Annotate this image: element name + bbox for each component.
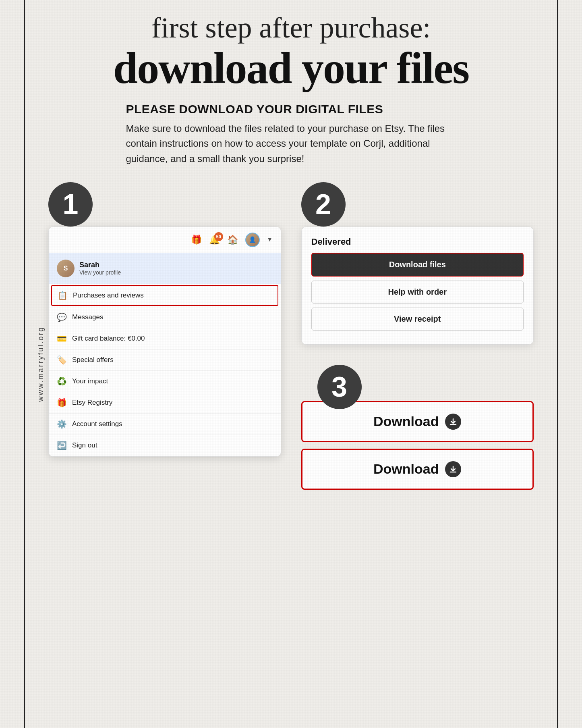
- download-files-button[interactable]: Download files: [311, 253, 524, 277]
- download-label-1: Download: [373, 414, 439, 429]
- etsy-topbar: 🎁 🔔 50 🏠 👤 ▼: [49, 227, 281, 253]
- left-border-line: [24, 0, 25, 728]
- step1-column: 1 🎁 🔔 50 🏠 👤 ▼: [48, 182, 281, 457]
- gear-icon: ⚙️: [57, 419, 66, 429]
- registry-icon: 🎁: [57, 398, 66, 408]
- menu-item-label: Gift card balance: €0.00: [72, 335, 145, 343]
- download-arrow-icon-1: [445, 414, 461, 430]
- clipboard-icon: 📋: [58, 291, 67, 300]
- help-with-order-button[interactable]: Help with order: [311, 281, 524, 304]
- handwriting-title: first step after purchase:: [48, 12, 534, 44]
- menu-avatar: S: [57, 260, 75, 277]
- menu-special-offers[interactable]: 🏷️ Special offers: [49, 349, 281, 371]
- steps-layout: 1 🎁 🔔 50 🏠 👤 ▼: [48, 182, 534, 496]
- gift-icon: 🎁: [191, 235, 202, 245]
- menu-item-label: Your impact: [72, 377, 108, 385]
- menu-account-settings[interactable]: ⚙️ Account settings: [49, 414, 281, 435]
- menu-messages[interactable]: 💬 Messages: [49, 307, 281, 328]
- profile-subtitle: View your profile: [79, 269, 121, 276]
- recycle-icon: ♻️: [57, 376, 66, 386]
- profile-text: Sarah View your profile: [79, 261, 121, 276]
- view-receipt-button[interactable]: View receipt: [311, 308, 524, 331]
- home-icon: 🏠: [227, 235, 238, 245]
- menu-item-label: Sign out: [72, 441, 97, 449]
- main-title: download your files: [48, 46, 534, 90]
- dropdown-menu: S Sarah View your profile 📋 Purchases an…: [49, 253, 281, 456]
- intro-heading: PLEASE DOWNLOAD YOUR DIGITAL FILES: [126, 102, 456, 116]
- tag-icon: 🏷️: [57, 355, 66, 365]
- download-button-2[interactable]: Download: [301, 449, 534, 490]
- right-border-line: [557, 0, 558, 728]
- step3-circle: 3: [317, 365, 362, 409]
- intro-section: PLEASE DOWNLOAD YOUR DIGITAL FILES Make …: [126, 102, 456, 166]
- credit-card-icon: 💳: [57, 334, 66, 343]
- menu-item-label: Purchases and reviews: [73, 291, 144, 300]
- step2-area: 2 Delivered Download files Help with ord…: [301, 182, 534, 345]
- delivered-label: Delivered: [311, 237, 524, 247]
- message-icon: 💬: [57, 312, 66, 322]
- notification-bell-icon: 🔔 50: [209, 235, 220, 245]
- menu-gift-card[interactable]: 💳 Gift card balance: €0.00: [49, 328, 281, 349]
- menu-etsy-registry[interactable]: 🎁 Etsy Registry: [49, 392, 281, 414]
- signout-icon: ↩️: [57, 441, 66, 450]
- profile-menu-item[interactable]: S Sarah View your profile: [49, 253, 281, 284]
- menu-purchases-reviews[interactable]: 📋 Purchases and reviews: [51, 285, 278, 306]
- vertical-watermark: www.marryful.org: [37, 326, 45, 401]
- chevron-down-icon: ▼: [267, 237, 273, 243]
- profile-name: Sarah: [79, 261, 121, 269]
- menu-item-label: Etsy Registry: [72, 399, 112, 407]
- menu-item-label: Account settings: [72, 420, 122, 428]
- user-avatar[interactable]: 👤: [245, 233, 260, 247]
- menu-your-impact[interactable]: ♻️ Your impact: [49, 371, 281, 392]
- menu-item-label: Messages: [72, 313, 103, 321]
- notification-badge: 50: [214, 232, 223, 241]
- step2-panel: Delivered Download files Help with order…: [301, 227, 534, 345]
- download-label-2: Download: [373, 461, 439, 477]
- step2-circle: 2: [301, 182, 346, 227]
- step3-area: 3 Download Download: [301, 365, 534, 496]
- download-arrow-icon-2: [445, 461, 461, 477]
- right-steps-column: 2 Delivered Download files Help with ord…: [301, 182, 534, 496]
- menu-sign-out[interactable]: ↩️ Sign out: [49, 435, 281, 456]
- step1-circle: 1: [48, 182, 93, 227]
- intro-body: Make sure to download the files related …: [126, 121, 456, 166]
- menu-item-label: Special offers: [72, 356, 114, 364]
- etsy-dropdown-mockup: 🎁 🔔 50 🏠 👤 ▼ S Sarah: [48, 227, 281, 457]
